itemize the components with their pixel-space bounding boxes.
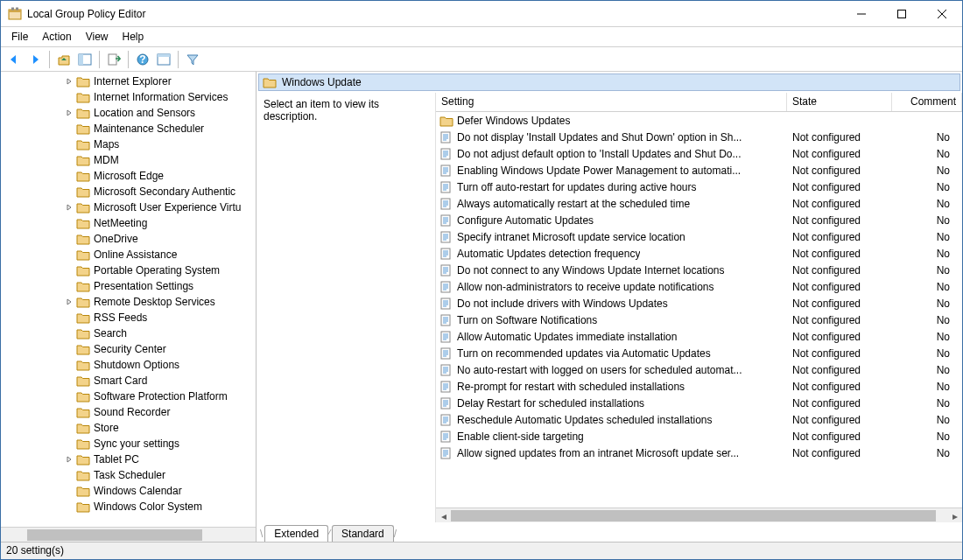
list-policy-row[interactable]: Enabling Windows Update Power Management… [436, 162, 962, 178]
column-setting[interactable]: Setting [436, 93, 787, 111]
expander-icon[interactable] [64, 456, 74, 463]
tree-item[interactable]: Remote Desktop Services [1, 294, 256, 310]
tree-item[interactable]: Task Scheduler [1, 467, 256, 483]
tab-extended[interactable]: Extended [264, 525, 328, 542]
setting-label: Turn on recommended updates via Automati… [457, 347, 711, 360]
tree-item[interactable]: Search [1, 326, 256, 341]
tab-standard[interactable]: Standard [332, 525, 394, 542]
expander-icon[interactable] [64, 78, 74, 85]
tree-item[interactable]: Internet Information Services [1, 89, 256, 105]
setting-label: Enabling Windows Update Power Management… [457, 164, 741, 177]
list-policy-row[interactable]: Specify intranet Microsoft update servic… [436, 228, 962, 245]
list-policy-row[interactable]: Delay Restart for scheduled installation… [436, 395, 962, 411]
list-policy-row[interactable]: Do not adjust default option to 'Install… [436, 145, 962, 162]
tree-item[interactable]: Smart Card [1, 373, 256, 388]
expander-icon[interactable] [64, 109, 74, 116]
menu-file[interactable]: File [4, 28, 35, 46]
list-policy-row[interactable]: Turn on recommended updates via Automati… [436, 345, 962, 361]
tree-item[interactable]: Presentation Settings [1, 278, 256, 294]
folder-icon [76, 327, 90, 340]
tree-item[interactable]: Store [1, 420, 256, 436]
tree-horizontal-scrollbar[interactable] [1, 527, 256, 542]
setting-label: Do not include drivers with Windows Upda… [457, 298, 668, 310]
list-policy-row[interactable]: Allow non-administrators to receive upda… [436, 278, 962, 295]
tree-item[interactable]: Windows Color System [1, 499, 256, 514]
tree-item[interactable]: Portable Operating System [1, 262, 256, 278]
list-policy-row[interactable]: Automatic Updates detection frequencyNot… [436, 245, 962, 262]
minimize-button[interactable] [841, 1, 882, 27]
expander-icon[interactable] [64, 204, 74, 211]
tree-item[interactable]: Maps [1, 136, 256, 152]
menu-view[interactable]: View [79, 28, 116, 46]
list-policy-row[interactable]: Always automatically restart at the sche… [436, 195, 962, 212]
policy-icon [439, 248, 453, 260]
list-policy-row[interactable]: Do not include drivers with Windows Upda… [436, 295, 962, 312]
tree-item[interactable]: OneDrive [1, 231, 256, 247]
comment-cell: No [892, 131, 962, 144]
list-body[interactable]: Defer Windows UpdatesDo not display 'Ins… [436, 112, 962, 508]
list-policy-row[interactable]: Reschedule Automatic Updates scheduled i… [436, 411, 962, 428]
column-comment[interactable]: Comment [892, 93, 962, 111]
list-policy-row[interactable]: Re-prompt for restart with scheduled ins… [436, 378, 962, 395]
tree-item[interactable]: Microsoft Secondary Authentic [1, 184, 256, 200]
tree-item[interactable]: MDM [1, 152, 256, 168]
tree-item[interactable]: Shutdown Options [1, 357, 256, 373]
state-cell: Not configured [787, 397, 892, 410]
tree-view[interactable]: Internet ExplorerInternet Information Se… [1, 72, 256, 527]
show-hide-tree-button[interactable] [75, 50, 95, 69]
list-policy-row[interactable]: Do not connect to any Windows Update Int… [436, 262, 962, 278]
tree-item[interactable]: Windows Calendar [1, 483, 256, 499]
svg-rect-90 [441, 382, 450, 392]
tree-item[interactable]: Sync your settings [1, 436, 256, 452]
close-button[interactable] [922, 1, 962, 27]
list-policy-row[interactable]: Do not display 'Install Updates and Shut… [436, 129, 962, 145]
menu-help[interactable]: Help [116, 28, 151, 46]
settings-list-pane: Setting State Comment Defer Windows Upda… [435, 93, 962, 522]
state-cell: Not configured [787, 198, 892, 210]
list-policy-row[interactable]: Allow signed updates from an intranet Mi… [436, 444, 962, 461]
back-button[interactable] [4, 50, 24, 69]
properties-button[interactable] [154, 50, 173, 69]
forward-button[interactable] [25, 50, 45, 69]
tree-item-label: Sync your settings [94, 438, 179, 450]
tree-item[interactable]: Microsoft User Experience Virtu [1, 200, 256, 215]
tree-item[interactable]: Software Protection Platform [1, 388, 256, 404]
list-policy-row[interactable]: Enable client-side targetingNot configur… [436, 428, 962, 444]
folder-icon [76, 248, 90, 261]
tree-item[interactable]: Maintenance Scheduler [1, 121, 256, 136]
tree-item-label: Remote Desktop Services [94, 296, 215, 308]
export-list-button[interactable] [104, 50, 123, 69]
tree-item[interactable]: NetMeeting [1, 215, 256, 231]
tree-item[interactable]: Tablet PC [1, 452, 256, 467]
list-policy-row[interactable]: Allow Automatic Updates immediate instal… [436, 328, 962, 345]
list-policy-row[interactable]: Configure Automatic UpdatesNot configure… [436, 212, 962, 228]
state-cell: Not configured [787, 214, 892, 227]
maximize-button[interactable] [882, 1, 922, 27]
up-button[interactable] [54, 50, 74, 69]
tree-item-label: Tablet PC [94, 453, 139, 466]
help-button[interactable]: ? [133, 50, 152, 69]
detail-split: Select an item to view its description. … [257, 93, 962, 522]
list-policy-row[interactable]: Turn off auto-restart for updates during… [436, 178, 962, 195]
comment-cell: No [892, 347, 962, 360]
tree-item[interactable]: Location and Sensors [1, 105, 256, 121]
tree-item[interactable]: Internet Explorer [1, 74, 256, 89]
list-policy-row[interactable]: No auto-restart with logged on users for… [436, 361, 962, 378]
tree-item[interactable]: Online Assistance [1, 247, 256, 262]
list-folder-row[interactable]: Defer Windows Updates [436, 112, 962, 129]
tree-item[interactable]: Microsoft Edge [1, 168, 256, 184]
filter-button[interactable] [183, 50, 202, 69]
list-policy-row[interactable]: Turn on Software NotificationsNot config… [436, 312, 962, 328]
column-state[interactable]: State [787, 93, 892, 111]
list-horizontal-scrollbar[interactable]: ◂ ▸ [436, 508, 962, 522]
svg-rect-25 [441, 165, 450, 176]
svg-rect-3 [16, 7, 18, 10]
tree-item[interactable]: RSS Feeds [1, 310, 256, 326]
state-cell: Not configured [787, 231, 892, 243]
expander-icon[interactable] [64, 298, 74, 305]
tree-item[interactable]: Sound Recorder [1, 404, 256, 420]
tree-item[interactable]: Security Center [1, 341, 256, 357]
svg-rect-80 [441, 348, 450, 359]
svg-rect-50 [441, 248, 450, 259]
menu-action[interactable]: Action [35, 28, 78, 46]
